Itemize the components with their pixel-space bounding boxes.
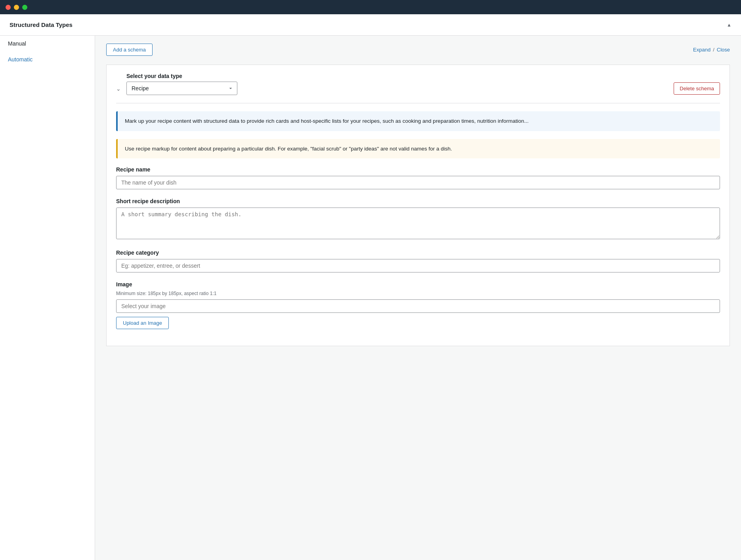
- dot-green[interactable]: [22, 5, 27, 10]
- main-panel: Add a schema Expand / Close ⌄ Select you…: [95, 36, 741, 560]
- dot-red[interactable]: [6, 5, 11, 10]
- info-box-blue: Mark up your recipe content with structu…: [116, 111, 720, 131]
- data-type-select[interactable]: Recipe Article Product Event FAQ HowTo: [126, 82, 237, 95]
- toolbar-links: Expand / Close: [693, 47, 730, 53]
- recipe-name-input[interactable]: [116, 176, 720, 189]
- recipe-name-group: Recipe name: [116, 166, 720, 189]
- category-input[interactable]: [116, 259, 720, 272]
- sidebar-item-automatic[interactable]: Automatic: [0, 51, 95, 67]
- description-label: Short recipe description: [116, 198, 720, 204]
- expand-link[interactable]: Expand: [693, 47, 710, 53]
- data-type-row: ⌄ Select your data type Recipe Article P…: [116, 73, 720, 95]
- data-type-label: Select your data type: [126, 73, 237, 79]
- category-label: Recipe category: [116, 250, 720, 256]
- info-box-blue-content: Mark up your recipe content with structu…: [118, 111, 536, 131]
- sidebar-item-manual[interactable]: Manual: [0, 36, 95, 51]
- delete-schema-button[interactable]: Delete schema: [674, 82, 720, 95]
- app-container: Structured Data Types ▲ Manual Automatic…: [0, 14, 741, 560]
- data-type-group: Select your data type Recipe Article Pro…: [126, 73, 237, 95]
- image-input[interactable]: [116, 299, 720, 313]
- panel-header: Structured Data Types ▲: [0, 14, 741, 36]
- titlebar: [0, 0, 741, 14]
- image-label: Image: [116, 281, 720, 288]
- image-sub-label: Minimum size: 185px by 185px, aspect rat…: [116, 291, 720, 296]
- section-divider: [116, 103, 720, 103]
- recipe-name-label: Recipe name: [116, 166, 720, 173]
- collapse-icon[interactable]: ▲: [727, 22, 731, 28]
- data-type-left: ⌄ Select your data type Recipe Article P…: [116, 73, 237, 95]
- upload-image-button[interactable]: Upload an Image: [116, 317, 169, 329]
- description-textarea[interactable]: [116, 208, 720, 239]
- info-box-yellow-content: Use recipe markup for content about prep…: [118, 139, 459, 159]
- schema-section: ⌄ Select your data type Recipe Article P…: [106, 65, 730, 346]
- panel-title: Structured Data Types: [10, 21, 73, 28]
- chevron-down-icon[interactable]: ⌄: [116, 86, 121, 92]
- close-link[interactable]: Close: [717, 47, 730, 53]
- content-area: Manual Automatic Add a schema Expand / C…: [0, 36, 741, 560]
- toolbar-row: Add a schema Expand / Close: [106, 44, 730, 56]
- sidebar: Manual Automatic: [0, 36, 95, 560]
- dot-yellow[interactable]: [14, 5, 19, 10]
- info-box-yellow: Use recipe markup for content about prep…: [116, 139, 720, 159]
- separator: /: [713, 47, 714, 53]
- add-schema-button[interactable]: Add a schema: [106, 44, 153, 56]
- description-group: Short recipe description: [116, 198, 720, 241]
- image-group: Image Minimum size: 185px by 185px, aspe…: [116, 281, 720, 329]
- category-group: Recipe category: [116, 250, 720, 272]
